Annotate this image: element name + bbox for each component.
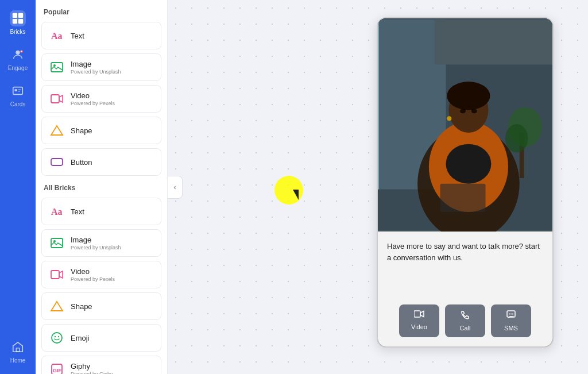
- phone-actions: Video Call: [387, 304, 543, 337]
- svg-rect-1: [18, 13, 23, 18]
- image-brick-sub: Powered by Unsplash: [71, 69, 121, 75]
- svg-point-4: [16, 51, 20, 55]
- text-brick-name: Text: [71, 32, 84, 40]
- svg-rect-28: [378, 19, 379, 189]
- bricks-panel: Popular Aa Text Image Powered by Unsplas…: [36, 0, 168, 374]
- image-icon: [49, 59, 65, 75]
- popular-brick-shape[interactable]: Shape: [41, 117, 161, 144]
- svg-rect-2: [13, 19, 17, 24]
- popular-brick-button[interactable]: Button: [41, 148, 161, 176]
- popular-section-title: Popular: [41, 8, 161, 16]
- all-shape-icon: [49, 298, 65, 314]
- all-video-name: Video: [71, 267, 115, 276]
- sidebar-item-cards[interactable]: Cards: [0, 77, 36, 113]
- button-brick-name: Button: [71, 158, 92, 167]
- call-action-icon: [461, 310, 470, 322]
- popular-brick-text[interactable]: Aa Text: [41, 22, 161, 49]
- video-brick-sub: Powered by Pexels: [71, 101, 115, 106]
- cursor-arrow-icon: [293, 190, 299, 200]
- svg-point-46: [512, 313, 513, 314]
- popular-brick-video[interactable]: Video Powered by Pexels: [41, 85, 161, 113]
- shape-icon: [49, 122, 65, 138]
- svg-rect-29: [435, 19, 552, 64]
- all-image-name: Image: [71, 236, 121, 244]
- all-image-sub: Powered by Unsplash: [71, 245, 121, 250]
- engage-nav-label: Engage: [8, 65, 28, 71]
- all-video-icon: [49, 267, 65, 283]
- svg-text:Aa: Aa: [51, 31, 63, 41]
- sidebar-item-bricks[interactable]: Bricks: [0, 5, 36, 41]
- video-icon: [49, 91, 65, 107]
- bricks-nav-icon: [10, 10, 26, 26]
- svg-point-23: [58, 336, 59, 337]
- all-image-icon: [49, 235, 65, 251]
- video-action-icon: [414, 310, 424, 321]
- svg-point-21: [52, 333, 62, 343]
- all-shape-name: Shape: [71, 302, 92, 311]
- phone-content-text: Have more to say and want to talk more? …: [387, 241, 543, 263]
- svg-point-22: [55, 336, 56, 337]
- collapse-panel-button[interactable]: ‹: [168, 176, 183, 199]
- svg-rect-38: [440, 184, 486, 212]
- sms-action-label: SMS: [504, 325, 518, 331]
- all-emoji-name: Emoji: [71, 334, 90, 342]
- sms-action-icon: [506, 310, 516, 322]
- button-icon: [49, 154, 65, 170]
- shape-brick-name: Shape: [71, 126, 92, 135]
- all-brick-text[interactable]: Aa Text: [41, 198, 161, 225]
- popular-brick-image[interactable]: Image Powered by Unsplash: [41, 53, 161, 81]
- svg-point-44: [509, 313, 510, 314]
- svg-point-34: [446, 144, 491, 184]
- canvas-area[interactable]: ‹: [168, 0, 588, 374]
- svg-rect-7: [13, 87, 23, 95]
- all-brick-video[interactable]: Video Powered by Pexels: [41, 261, 161, 288]
- svg-rect-16: [51, 159, 63, 165]
- all-brick-image[interactable]: Image Powered by Unsplash: [41, 229, 161, 257]
- svg-point-40: [460, 109, 466, 113]
- svg-point-33: [447, 82, 490, 110]
- cursor-highlight: [274, 176, 303, 205]
- home-nav-icon: [10, 339, 26, 355]
- svg-text:GIF: GIF: [53, 368, 62, 373]
- svg-rect-0: [13, 13, 17, 18]
- svg-rect-20: [51, 271, 59, 279]
- phone-content-area: Have more to say and want to talk more? …: [378, 232, 552, 346]
- svg-point-37: [505, 124, 528, 152]
- svg-rect-3: [18, 19, 23, 24]
- home-nav-label: Home: [10, 357, 26, 364]
- video-action-label: Video: [411, 323, 427, 330]
- all-brick-emoji[interactable]: Emoji: [41, 324, 161, 352]
- svg-point-41: [471, 109, 477, 113]
- all-giphy-name: Giphy: [71, 362, 113, 371]
- sidebar-item-engage[interactable]: Engage: [0, 41, 36, 77]
- svg-point-39: [447, 116, 451, 121]
- svg-rect-8: [15, 89, 18, 91]
- all-brick-giphy[interactable]: GIF Giphy Powered by Giphy: [41, 356, 161, 374]
- call-action-button[interactable]: Call: [445, 304, 485, 337]
- all-text-icon: Aa: [49, 203, 65, 219]
- collapse-icon: ‹: [174, 183, 176, 191]
- video-brick-name: Video: [71, 91, 115, 100]
- all-brick-shape[interactable]: Shape: [41, 292, 161, 320]
- image-brick-name: Image: [71, 60, 121, 68]
- video-action-button[interactable]: Video: [399, 304, 439, 337]
- all-video-sub: Powered by Pexels: [71, 276, 115, 282]
- phone-mockup: Have more to say and want to talk more? …: [377, 17, 554, 348]
- svg-point-6: [21, 51, 22, 52]
- svg-text:Aa: Aa: [51, 207, 63, 217]
- engage-nav-icon: [10, 47, 26, 63]
- phone-background-image: [378, 18, 552, 232]
- cards-nav-label: Cards: [10, 101, 26, 107]
- all-giphy-icon: GIF: [49, 361, 65, 374]
- svg-point-45: [510, 313, 512, 314]
- all-bricks-section-title: All Bricks: [41, 184, 161, 192]
- svg-rect-42: [414, 311, 420, 317]
- all-giphy-sub: Powered by Giphy: [71, 371, 113, 374]
- sms-action-button[interactable]: SMS: [491, 304, 531, 337]
- svg-rect-15: [51, 95, 59, 103]
- bricks-nav-label: Bricks: [10, 29, 25, 35]
- sidebar-item-home[interactable]: Home: [0, 333, 36, 369]
- cards-nav-icon: [10, 83, 26, 99]
- svg-rect-11: [16, 348, 20, 352]
- all-emoji-icon: [49, 330, 65, 346]
